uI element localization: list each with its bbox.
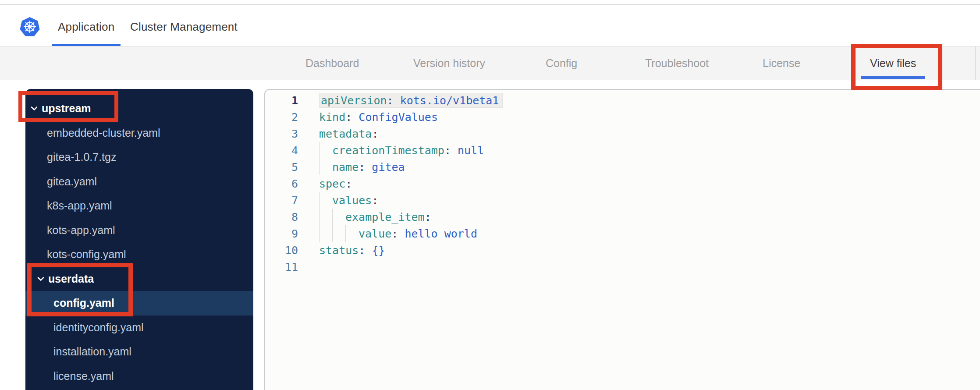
kots-admin-console: ApplicationCluster Management DashboardV… [0,0,980,390]
code-lines: 1apiVersion: kots.io/v1beta12kind: Confi… [265,92,980,275]
line-number: 8 [265,211,298,223]
tree-item-label: k8s-app.yaml [47,199,112,212]
nav-item-view-files[interactable]: View files [870,46,916,80]
app-nav: DashboardVersion historyConfigTroublesho… [0,46,980,80]
file-tree-sidebar: upstreamembedded-cluster.yamlgitea-1.0.7… [25,89,253,390]
code-line: 7values: [265,192,980,209]
tree-item-label: userdata [48,273,94,285]
chevron-down-icon [37,277,44,281]
yaml-token-val: ConfigValues [359,111,438,124]
yaml-token-key: values [332,194,372,207]
code-line: 8example_item: [265,209,980,225]
yaml-token-punc: : [359,161,372,174]
code-line: 3metadata: [265,125,980,142]
header-tab-cluster-management[interactable]: Cluster Management [130,5,238,46]
line-number: 3 [265,128,298,140]
line-number: 6 [265,177,298,190]
yaml-token-punc: : [391,227,405,240]
yaml-token-key: spec [319,177,345,190]
tree-item-label: config.yaml [53,297,114,309]
indent-guide [345,225,359,242]
code-line: 1apiVersion: kots.io/v1beta1 [265,92,980,109]
tree-item-label: license.yaml [53,370,114,383]
tree-item-label: kots-app.yaml [47,224,115,237]
yaml-token-val: gitea [372,161,405,174]
chevron-down-icon [31,106,38,111]
yaml-token-key: kind [319,111,345,124]
tree-file-gitea-1-0-7-tgz[interactable]: gitea-1.0.7.tgz [25,145,253,170]
line-number: 5 [265,161,298,174]
code-line: 10status: {} [265,242,980,259]
yaml-token-val: null [458,144,484,157]
yaml-token-val: kots.io/v1beta1 [400,94,499,107]
indent-guide [319,225,332,242]
indent-guide [319,192,332,209]
header-tabs: ApplicationCluster Management [0,5,980,46]
yaml-token-punc: : [372,128,378,140]
code-line: 6spec: [265,175,980,192]
tree-file-identityconfig-yaml[interactable]: identityconfig.yaml [25,316,253,340]
tree-item-label: kots-config.yaml [47,248,126,261]
tree-file-config-yaml[interactable]: config.yaml [25,291,253,316]
yaml-token-key: example_item [345,211,425,223]
line-number: 4 [265,144,298,157]
line-number: 9 [265,227,298,240]
nav-item-dashboard[interactable]: Dashboard [305,46,359,80]
tree-file-kots-app-yaml[interactable]: kots-app.yaml [25,218,253,243]
tree-file-kots-config-yaml[interactable]: kots-config.yaml [25,242,253,267]
tree-file-license-yaml[interactable]: license.yaml [25,364,253,389]
code-line: 5name: gitea [265,159,980,175]
yaml-token-val: hello world [405,227,477,240]
yaml-token-punc: : [345,177,352,190]
indent-guide [319,142,332,159]
tree-folder-upstream[interactable]: upstream [25,96,253,121]
nav-item-license[interactable]: License [763,46,800,80]
nav-item-version-history[interactable]: Version history [413,46,485,80]
line-number: 10 [265,244,298,257]
tree-item-label: gitea.yaml [47,175,97,188]
tree-file-embedded-cluster-yaml[interactable]: embedded-cluster.yaml [25,121,253,145]
yaml-token-key: metadata [319,128,372,140]
yaml-token-punc: : [425,211,431,223]
indent-guide [319,159,332,175]
file-editor[interactable]: 1apiVersion: kots.io/v1beta12kind: Confi… [264,89,980,390]
header-tab-application[interactable]: Application [58,5,114,46]
nav-item-config[interactable]: Config [546,46,577,80]
yaml-token-punc: : [444,144,458,157]
tree-file-installation-yaml[interactable]: installation.yaml [25,340,253,364]
yaml-token-key: name [332,161,359,174]
line-number: 1 [265,94,298,107]
yaml-token-val: {} [372,244,385,257]
line-number: 2 [265,111,298,124]
tree-item-label: embedded-cluster.yaml [47,127,160,139]
nav-right-divider [975,46,976,80]
app-header: ApplicationCluster Management [0,5,980,46]
nav-item-troubleshoot[interactable]: Troubleshoot [645,46,709,80]
code-line: 11 [265,259,980,275]
tree-item-label: upstream [42,102,91,115]
yaml-token-punc: : [387,94,400,107]
active-line-highlight: apiVersion: kots.io/v1beta1 [319,93,503,108]
code-line: 4creationTimestamp: null [265,142,980,159]
tree-item-label: gitea-1.0.7.tgz [47,151,116,163]
code-line: 2kind: ConfigValues [265,109,980,125]
indent-guide [332,225,345,242]
yaml-token-punc: : [359,244,372,257]
tree-item-label: installation.yaml [53,345,131,358]
yaml-token-key: value [359,227,391,240]
yaml-token-key: creationTimestamp [332,144,444,157]
indent-guide [319,209,332,225]
yaml-token-key: apiVersion [321,94,387,107]
tree-item-label: identityconfig.yaml [53,321,144,334]
tree-folder-userdata[interactable]: userdata [25,267,253,291]
tree-file-gitea-yaml[interactable]: gitea.yaml [25,170,253,194]
indent-guide [332,209,345,225]
line-number: 11 [265,261,298,273]
yaml-token-punc: : [372,194,378,207]
line-number: 7 [265,194,298,207]
yaml-token-punc: : [345,111,359,124]
yaml-token-key: status [319,244,359,257]
tree-file-k8s-app-yaml[interactable]: k8s-app.yaml [25,194,253,218]
code-line: 9value: hello world [265,225,980,242]
